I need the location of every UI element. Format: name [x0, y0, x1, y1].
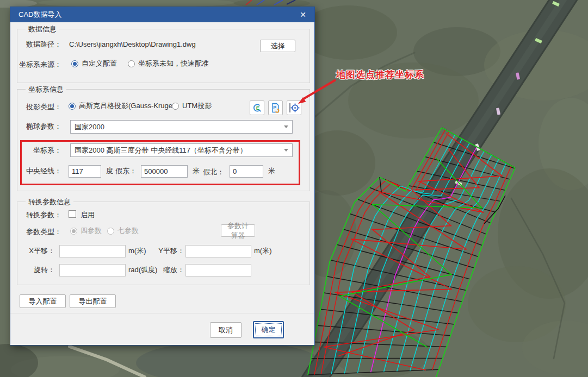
epsg-search-button[interactable]: E [250, 100, 264, 115]
group-crs-info-legend: 坐标系信息 [26, 85, 66, 93]
footer-divider [10, 313, 314, 313]
ok-button[interactable]: 确定 [253, 321, 284, 338]
x-shift-input[interactable] [59, 245, 126, 257]
chevron-down-icon [284, 149, 288, 152]
projection-type-label: 投影类型： [13, 103, 61, 111]
prj-file-button[interactable]: P [268, 100, 283, 115]
map-pick-crosshair-icon [288, 102, 300, 114]
false-east-input[interactable] [141, 165, 188, 178]
radio-gauss-kruger[interactable]: 高斯克吕格投影(Gauss-Kruger) [69, 101, 177, 111]
close-icon[interactable]: ✕ [296, 9, 310, 20]
enable-checkbox[interactable] [69, 210, 76, 218]
y-shift-input[interactable] [185, 245, 251, 257]
dialog-title: CAD数据导入 [18, 10, 61, 20]
rotate-label: 旋转： [13, 266, 55, 274]
svg-text:E: E [256, 105, 259, 111]
radio-seven-param-label: 七参数 [117, 226, 139, 236]
central-meridian-unit: 度 [106, 167, 113, 175]
radio-unknown-crs-label: 坐标系未知，快速配准 [138, 59, 209, 68]
radio-four-param: 四参数 [70, 226, 102, 236]
x-shift-label: X平移： [13, 247, 55, 255]
export-config-button[interactable]: 导出配置 [70, 294, 116, 308]
chevron-down-icon [284, 125, 288, 128]
prj-file-icon: P [270, 103, 281, 113]
data-path-label: 数据路径： [13, 40, 61, 49]
radio-selected-icon [71, 60, 78, 67]
radio-selected-icon [69, 103, 76, 110]
ellipsoid-selected-value: 国家2000 [75, 122, 104, 132]
false-east-unit: 米 [193, 167, 200, 175]
radio-four-param-label: 四参数 [81, 226, 102, 236]
group-transform-info-legend: 转换参数信息 [26, 198, 73, 206]
radio-utm-label: UTM投影 [182, 101, 212, 111]
central-meridian-input[interactable] [69, 165, 101, 178]
radio-gauss-kruger-label: 高斯克吕格投影(Gauss-Kruger) [79, 101, 177, 111]
map-pick-crs-button[interactable] [287, 100, 301, 115]
radio-unselected-icon [172, 103, 179, 110]
radio-utm[interactable]: UTM投影 [172, 101, 212, 111]
crs-label: 坐标系： [13, 146, 61, 155]
false-north-label: 假北： [201, 168, 224, 177]
radio-unknown-crs[interactable]: 坐标系未知，快速配准 [128, 59, 209, 68]
crs-select[interactable]: 国家2000 高斯三度分带 中央经线117（坐标不含分带） [70, 143, 293, 157]
cancel-button[interactable]: 取消 [210, 322, 242, 338]
false-north-unit: 米 [268, 167, 275, 175]
dialog-titlebar[interactable]: CAD数据导入 ✕ [10, 7, 314, 22]
group-data-info-legend: 数据信息 [26, 25, 59, 33]
radio-disabled-selected-icon [70, 228, 77, 235]
cad-import-dialog: CAD数据导入 ✕ 数据信息 数据路径： C:\Users\jiangxh\De… [10, 7, 315, 345]
false-north-input[interactable] [230, 165, 263, 178]
ellipsoid-label: 椭球参数： [13, 122, 61, 131]
svg-text:P: P [273, 105, 276, 110]
param-calculator-button[interactable]: 参数计算器 [221, 224, 255, 237]
ellipsoid-select[interactable]: 国家2000 [70, 120, 293, 134]
import-config-button[interactable]: 导入配置 [20, 294, 66, 308]
crs-source-label: 坐标系来源： [13, 60, 61, 69]
app-stage: CAD数据导入 ✕ 数据信息 数据路径： C:\Users\jiangxh\De… [0, 0, 588, 377]
radio-custom-config[interactable]: 自定义配置 [71, 59, 117, 68]
crs-selected-value: 国家2000 高斯三度分带 中央经线117（坐标不含分带） [75, 146, 247, 155]
rotate-input[interactable] [59, 264, 126, 277]
radio-custom-config-label: 自定义配置 [82, 59, 117, 68]
radio-disabled-icon [107, 228, 114, 235]
param-type-label: 参数类型： [13, 228, 61, 236]
scale-input[interactable] [185, 264, 251, 277]
y-shift-label: Y平移： [141, 247, 184, 255]
choose-file-button[interactable]: 选择 [260, 40, 295, 52]
central-meridian-label: 中央经线： [13, 167, 61, 175]
epsg-search-icon: E [252, 103, 262, 113]
radio-unselected-icon [128, 60, 135, 67]
y-shift-unit: m(米) [254, 247, 272, 255]
group-data-info: 数据信息 [17, 29, 310, 83]
radio-seven-param: 七参数 [107, 226, 139, 236]
data-path-value: C:\Users\jiangxh\Desktop\Drawing1.dwg [69, 40, 196, 49]
enable-checkbox-label: 启用 [81, 211, 95, 219]
transform-enable-label: 转换参数： [13, 211, 61, 219]
false-east-label: 假东： [114, 167, 137, 175]
scale-label: 缩放： [141, 266, 184, 274]
